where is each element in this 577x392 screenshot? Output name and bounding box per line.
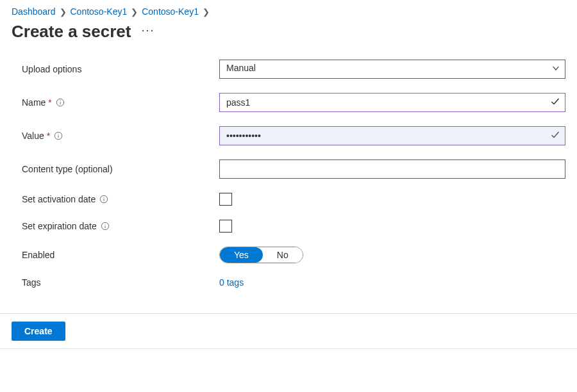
upload-options-select[interactable]: Manual [219, 60, 565, 79]
label-tags: Tags [22, 277, 219, 288]
label-text: Upload options [22, 64, 81, 74]
footer-bar: Create [0, 313, 577, 349]
secret-form: Upload options Manual Name * Value * [0, 60, 577, 313]
label-activation-date: Set activation date [22, 194, 219, 204]
required-marker: * [47, 131, 50, 141]
name-input[interactable] [219, 93, 565, 112]
svg-point-2 [60, 101, 60, 101]
info-icon[interactable] [101, 222, 110, 231]
chevron-right-icon: ❯ [131, 7, 138, 17]
svg-point-5 [58, 134, 59, 135]
label-text: Tags [22, 277, 41, 288]
page-title-row: Create a secret ··· [0, 20, 577, 60]
chevron-right-icon: ❯ [60, 7, 67, 17]
required-marker: * [48, 97, 51, 108]
row-expiration-date: Set expiration date [22, 220, 565, 233]
info-icon[interactable] [54, 131, 63, 140]
label-text: Value [22, 131, 44, 141]
create-button[interactable]: Create [12, 322, 65, 341]
label-text: Set expiration date [22, 221, 97, 231]
row-upload-options: Upload options Manual [22, 60, 565, 79]
value-input[interactable] [219, 126, 565, 145]
content-type-input[interactable] [219, 159, 565, 179]
row-activation-date: Set activation date [22, 193, 565, 206]
label-text: Set activation date [22, 194, 96, 204]
enabled-toggle: Yes No [219, 247, 303, 263]
breadcrumb: Dashboard ❯ Contoso-Key1 ❯ Contoso-Key1 … [0, 0, 577, 20]
label-text: Name [22, 97, 46, 108]
label-text: Content type (optional) [22, 164, 113, 174]
info-icon[interactable] [99, 195, 108, 204]
label-content-type: Content type (optional) [22, 164, 219, 174]
row-content-type: Content type (optional) [22, 159, 565, 179]
row-name: Name * [22, 93, 565, 112]
enabled-yes-button[interactable]: Yes [220, 247, 263, 263]
breadcrumb-link-contoso-key1-b[interactable]: Contoso-Key1 [142, 6, 199, 17]
row-enabled: Enabled Yes No [22, 247, 565, 263]
breadcrumb-link-dashboard[interactable]: Dashboard [12, 6, 56, 17]
svg-point-8 [104, 197, 105, 198]
page-title: Create a secret [12, 22, 131, 42]
chevron-right-icon: ❯ [203, 7, 210, 17]
activation-date-checkbox[interactable] [219, 193, 232, 206]
row-value: Value * [22, 126, 565, 145]
row-tags: Tags 0 tags [22, 277, 565, 288]
expiration-date-checkbox[interactable] [219, 220, 232, 233]
info-icon[interactable] [56, 98, 65, 107]
label-enabled: Enabled [22, 250, 219, 260]
enabled-no-button[interactable]: No [263, 247, 303, 263]
tags-link[interactable]: 0 tags [219, 277, 244, 288]
more-actions-button[interactable]: ··· [141, 24, 155, 40]
label-text: Enabled [22, 250, 54, 260]
label-upload-options: Upload options [22, 64, 219, 74]
svg-point-11 [105, 224, 105, 225]
label-value: Value * [22, 131, 219, 141]
label-expiration-date: Set expiration date [22, 221, 219, 231]
label-name: Name * [22, 97, 219, 108]
breadcrumb-link-contoso-key1-a[interactable]: Contoso-Key1 [71, 6, 128, 17]
